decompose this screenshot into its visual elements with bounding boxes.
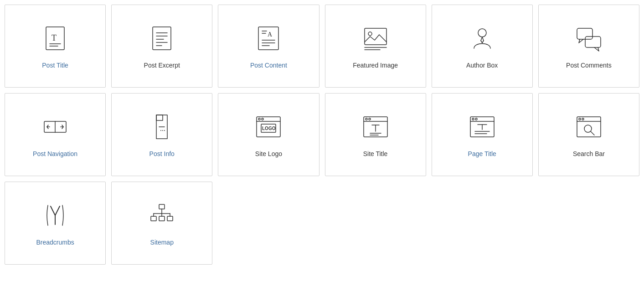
card-site-logo[interactable]: LOGO Site Logo xyxy=(218,93,319,176)
svg-point-58 xyxy=(579,118,581,120)
card-author-box[interactable]: Author Box xyxy=(432,5,533,88)
empty-cell-3 xyxy=(432,182,533,265)
row-2: Post Navigation Post Info xyxy=(5,93,639,176)
post-info-icon xyxy=(147,112,176,141)
card-page-title[interactable]: Page Title xyxy=(432,93,533,176)
featured-image-label: Featured Image xyxy=(353,61,398,69)
svg-point-43 xyxy=(369,118,371,120)
svg-rect-67 xyxy=(151,216,156,221)
sitemap-label: Sitemap xyxy=(150,238,174,246)
svg-rect-27 xyxy=(585,37,601,47)
card-post-title[interactable]: T Post Title xyxy=(5,5,106,88)
svg-point-59 xyxy=(582,118,584,120)
svg-line-25 xyxy=(482,41,484,43)
card-post-content[interactable]: A Post Content xyxy=(218,5,319,88)
card-site-title[interactable]: Site Title xyxy=(325,93,426,176)
svg-rect-26 xyxy=(577,28,592,39)
sitemap-icon xyxy=(147,201,176,230)
row-1: T Post Title Post Excerpt xyxy=(5,5,639,88)
search-bar-label: Search Bar xyxy=(573,150,605,158)
svg-line-24 xyxy=(481,41,482,43)
site-logo-label: Site Logo xyxy=(255,150,282,158)
empty-cell-2 xyxy=(325,182,426,265)
post-info-label: Post Info xyxy=(149,150,175,158)
svg-line-23 xyxy=(482,37,484,41)
svg-point-21 xyxy=(478,29,486,37)
svg-point-37 xyxy=(262,118,263,120)
breadcrumbs-icon xyxy=(41,201,70,230)
svg-rect-4 xyxy=(153,27,171,50)
breadcrumbs-label: Breadcrumbs xyxy=(36,238,74,246)
svg-rect-63 xyxy=(159,204,165,209)
card-post-navigation[interactable]: Post Navigation xyxy=(5,93,106,176)
svg-point-31 xyxy=(160,130,161,131)
post-excerpt-label: Post Excerpt xyxy=(144,61,180,69)
page-title-icon xyxy=(468,112,497,141)
svg-point-36 xyxy=(258,118,260,120)
svg-rect-10 xyxy=(258,27,278,50)
post-title-icon: T xyxy=(41,24,70,53)
author-box-label: Author Box xyxy=(466,61,498,69)
card-featured-image[interactable]: Featured Image xyxy=(325,5,426,88)
svg-point-50 xyxy=(472,118,474,120)
svg-rect-71 xyxy=(167,216,173,221)
post-title-label: Post Title xyxy=(42,61,68,69)
featured-image-icon xyxy=(361,24,390,53)
svg-line-22 xyxy=(481,37,482,41)
post-content-icon: A xyxy=(254,24,283,53)
empty-cell-4 xyxy=(538,182,639,265)
page-title-label: Page Title xyxy=(468,150,496,158)
site-logo-icon: LOGO xyxy=(254,112,283,141)
svg-point-33 xyxy=(164,130,165,131)
svg-point-51 xyxy=(475,118,477,120)
site-title-icon xyxy=(361,112,390,141)
card-post-excerpt[interactable]: Post Excerpt xyxy=(111,5,212,88)
post-content-label: Post Content xyxy=(250,61,287,69)
post-navigation-label: Post Navigation xyxy=(33,150,77,158)
card-post-comments[interactable]: Post Comments xyxy=(538,5,639,88)
post-excerpt-icon xyxy=(147,24,176,53)
svg-line-61 xyxy=(591,131,594,135)
post-comments-label: Post Comments xyxy=(566,61,612,69)
svg-text:LOGO: LOGO xyxy=(262,126,276,131)
card-search-bar[interactable]: Search Bar xyxy=(538,93,639,176)
svg-rect-17 xyxy=(365,28,386,45)
post-comments-icon xyxy=(574,24,603,53)
svg-text:T: T xyxy=(52,33,57,42)
svg-point-42 xyxy=(366,118,367,120)
empty-cell-1 xyxy=(218,182,319,265)
search-bar-icon xyxy=(574,112,603,141)
author-box-icon xyxy=(468,24,497,53)
card-breadcrumbs[interactable]: Breadcrumbs xyxy=(5,182,106,265)
svg-point-32 xyxy=(162,130,163,131)
post-navigation-icon xyxy=(41,112,70,141)
row-3: Breadcrumbs Sitemap xyxy=(5,182,639,265)
svg-rect-69 xyxy=(159,216,165,221)
site-title-label: Site Title xyxy=(363,150,388,158)
card-post-info[interactable]: Post Info xyxy=(111,93,212,176)
svg-text:A: A xyxy=(268,31,273,38)
svg-point-18 xyxy=(368,32,372,36)
card-sitemap[interactable]: Sitemap xyxy=(111,182,212,265)
